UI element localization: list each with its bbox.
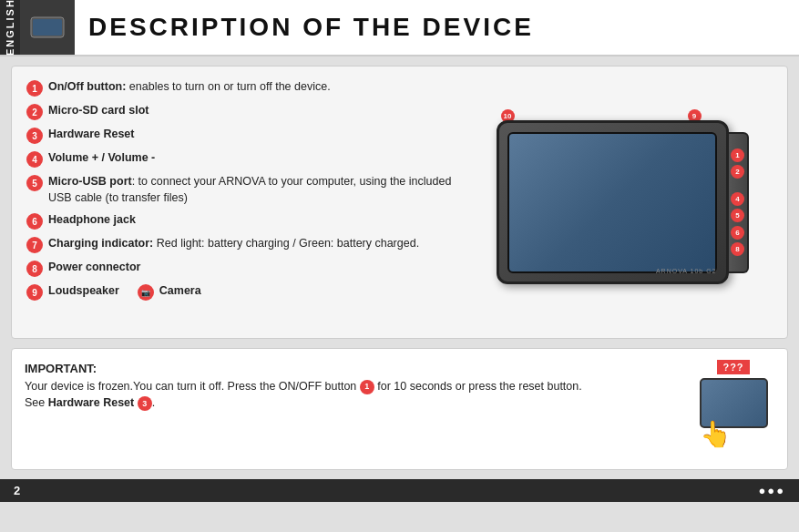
item-10-label: Camera	[159, 284, 201, 297]
device-description-box: 1 On/Off button: enables to turn on or t…	[11, 66, 788, 339]
list-item: 1 On/Off button: enables to turn on or t…	[26, 79, 463, 97]
item-4-label: Volume + / Volume -	[48, 151, 155, 164]
item-5-text: Micro-USB port: to connect your ARNOVA t…	[48, 174, 463, 206]
page-title: DESCRIPTION OF THE DEVICE	[84, 13, 534, 42]
side-badge-4: 4	[731, 192, 744, 206]
badge-10: 📷	[138, 284, 154, 301]
page-number: 2	[14, 484, 20, 497]
device-image-area: 10 9 ARNOVA 10b G2 1 2 4 5 6 8	[472, 79, 773, 325]
list-item: 3 Hardware Reset	[26, 127, 463, 144]
tablet-illustration: 10 9 ARNOVA 10b G2 1 2 4 5 6 8	[497, 120, 749, 284]
item-2-text: Micro-SD card slot	[48, 103, 149, 119]
list-item: 7 Charging indicator: Red light: battery…	[26, 236, 463, 253]
dots-indicator: ●●●	[758, 484, 785, 497]
important-body: Your device is frozen.You can turn it of…	[25, 378, 683, 413]
list-item: 5 Micro-USB port: to connect your ARNOVA…	[26, 174, 463, 206]
language-label: ENGLISH	[0, 0, 20, 55]
item-2-label: Micro-SD card slot	[48, 104, 149, 117]
side-badge-6: 6	[731, 226, 744, 240]
badge-2: 2	[26, 104, 43, 120]
device-icon	[20, 0, 75, 55]
item-9-label: Loudspeaker	[48, 284, 119, 297]
list-item: 📷 Camera	[138, 283, 201, 301]
list-item: 9 Loudspeaker	[26, 283, 119, 301]
side-badge-8: 8	[731, 242, 744, 256]
list-item: 4 Volume + / Volume -	[26, 150, 463, 168]
hardware-reset-link: Hardware Reset	[48, 396, 135, 409]
tablet-body: ARNOVA 10b G2	[497, 120, 729, 284]
item-8-text: Power connector	[48, 260, 140, 276]
important-title: IMPORTANT:	[25, 360, 683, 378]
item-6-label: Headphone jack	[48, 213, 136, 226]
frozen-device-illustration: ??? 👆	[692, 360, 774, 458]
badge-5: 5	[26, 175, 43, 191]
list-item: 2 Micro-SD card slot	[26, 103, 463, 120]
hand-icon: 👆	[700, 419, 768, 449]
important-box: IMPORTANT: Your device is frozen.You can…	[11, 348, 788, 470]
header: ENGLISH DESCRIPTION OF THE DEVICE	[0, 0, 799, 56]
side-badge-5: 5	[731, 209, 744, 222]
badge-4: 4	[26, 151, 43, 168]
main-content: 1 On/Off button: enables to turn on or t…	[0, 56, 799, 479]
item-7-label: Charging indicator:	[48, 237, 153, 250]
badge-7: 7	[26, 237, 43, 253]
item-5-label: Micro-USB port	[48, 175, 132, 188]
bottom-bar: 2 ●●●	[0, 479, 799, 502]
items-9-10-row: 9 Loudspeaker 📷 Camera	[26, 283, 463, 303]
frozen-label: ???	[717, 360, 749, 374]
item-3-label: Hardware Reset	[48, 128, 135, 140]
device-info-list: 1 On/Off button: enables to turn on or t…	[26, 79, 463, 325]
item-3-text: Hardware Reset	[48, 127, 135, 143]
list-item: 8 Power connector	[26, 260, 463, 277]
important-badge-3: 3	[138, 396, 152, 411]
item-6-text: Headphone jack	[48, 212, 136, 229]
frozen-tablet-wrapper: 👆	[700, 378, 768, 458]
item-1-text: On/Off button: enables to turn on or tur…	[48, 79, 331, 96]
item-7-text: Charging indicator: Red light: battery c…	[48, 236, 419, 252]
badge-9: 9	[26, 284, 43, 301]
important-text: IMPORTANT: Your device is frozen.You can…	[25, 360, 683, 412]
item-8-label: Power connector	[48, 261, 140, 273]
list-item: 6 Headphone jack	[26, 212, 463, 230]
item-1-label: On/Off button:	[48, 80, 126, 93]
side-badge-2: 2	[731, 165, 744, 179]
item-10-text: Camera	[159, 283, 201, 300]
tablet-wrapper: 10 9 ARNOVA 10b G2	[497, 120, 729, 284]
tablet-label: ARNOVA 10b G2	[656, 268, 717, 274]
side-badge-1: 1	[731, 148, 744, 162]
badge-3: 3	[26, 128, 43, 144]
badge-8: 8	[26, 261, 43, 277]
tablet-screen	[507, 132, 717, 273]
tablet-side: 1 2 4 5 6 8	[729, 132, 749, 273]
item-4-text: Volume + / Volume -	[48, 150, 155, 167]
badge-1: 1	[26, 80, 43, 97]
svg-rect-1	[33, 19, 62, 36]
badge-6: 6	[26, 213, 43, 230]
important-badge-1: 1	[360, 380, 374, 394]
item-9-text: Loudspeaker	[48, 283, 119, 300]
